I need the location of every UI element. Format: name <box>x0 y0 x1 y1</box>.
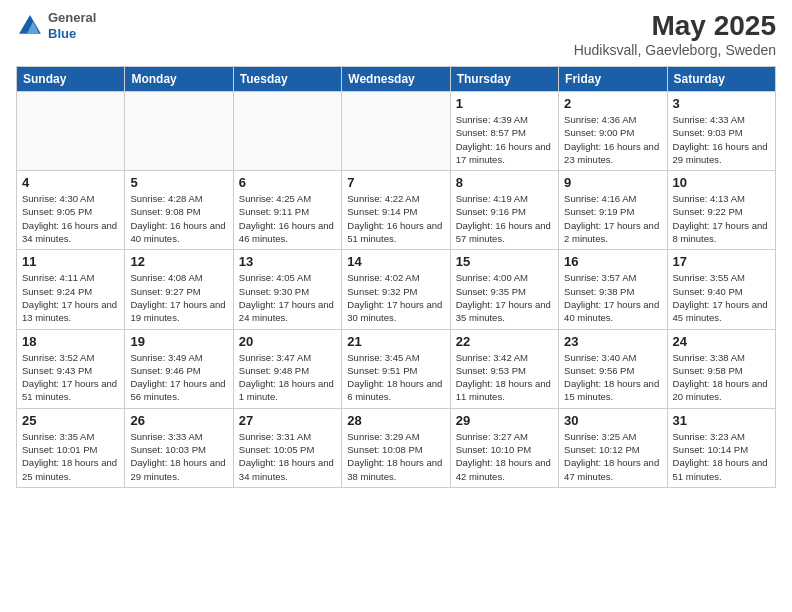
day-number: 16 <box>564 254 661 269</box>
calendar-cell: 14Sunrise: 4:02 AMSunset: 9:32 PMDayligh… <box>342 250 450 329</box>
calendar-title: May 2025 <box>574 10 776 42</box>
weekday-header-row: Sunday Monday Tuesday Wednesday Thursday… <box>17 67 776 92</box>
day-info: Sunrise: 3:49 AMSunset: 9:46 PMDaylight:… <box>130 351 227 404</box>
day-info: Sunrise: 3:35 AMSunset: 10:01 PMDaylight… <box>22 430 119 483</box>
header-tuesday: Tuesday <box>233 67 341 92</box>
day-number: 9 <box>564 175 661 190</box>
day-number: 28 <box>347 413 444 428</box>
day-number: 17 <box>673 254 770 269</box>
logo-icon <box>16 12 44 40</box>
day-number: 12 <box>130 254 227 269</box>
calendar-table: Sunday Monday Tuesday Wednesday Thursday… <box>16 66 776 488</box>
day-number: 4 <box>22 175 119 190</box>
calendar-cell: 31Sunrise: 3:23 AMSunset: 10:14 PMDaylig… <box>667 408 775 487</box>
header: General Blue May 2025 Hudiksvall, Gaevle… <box>16 10 776 58</box>
header-friday: Friday <box>559 67 667 92</box>
header-wednesday: Wednesday <box>342 67 450 92</box>
day-info: Sunrise: 3:27 AMSunset: 10:10 PMDaylight… <box>456 430 553 483</box>
day-info: Sunrise: 4:39 AMSunset: 8:57 PMDaylight:… <box>456 113 553 166</box>
day-info: Sunrise: 4:11 AMSunset: 9:24 PMDaylight:… <box>22 271 119 324</box>
header-sunday: Sunday <box>17 67 125 92</box>
calendar-cell <box>125 92 233 171</box>
calendar-cell: 19Sunrise: 3:49 AMSunset: 9:46 PMDayligh… <box>125 329 233 408</box>
day-info: Sunrise: 3:55 AMSunset: 9:40 PMDaylight:… <box>673 271 770 324</box>
day-info: Sunrise: 4:22 AMSunset: 9:14 PMDaylight:… <box>347 192 444 245</box>
calendar-cell: 10Sunrise: 4:13 AMSunset: 9:22 PMDayligh… <box>667 171 775 250</box>
day-number: 20 <box>239 334 336 349</box>
day-info: Sunrise: 4:16 AMSunset: 9:19 PMDaylight:… <box>564 192 661 245</box>
calendar-cell: 13Sunrise: 4:05 AMSunset: 9:30 PMDayligh… <box>233 250 341 329</box>
day-number: 31 <box>673 413 770 428</box>
day-number: 22 <box>456 334 553 349</box>
day-number: 14 <box>347 254 444 269</box>
day-number: 1 <box>456 96 553 111</box>
calendar-cell: 2Sunrise: 4:36 AMSunset: 9:00 PMDaylight… <box>559 92 667 171</box>
day-info: Sunrise: 3:47 AMSunset: 9:48 PMDaylight:… <box>239 351 336 404</box>
day-info: Sunrise: 4:25 AMSunset: 9:11 PMDaylight:… <box>239 192 336 245</box>
calendar-cell: 4Sunrise: 4:30 AMSunset: 9:05 PMDaylight… <box>17 171 125 250</box>
calendar-cell <box>342 92 450 171</box>
day-number: 19 <box>130 334 227 349</box>
calendar-cell: 26Sunrise: 3:33 AMSunset: 10:03 PMDaylig… <box>125 408 233 487</box>
day-info: Sunrise: 3:29 AMSunset: 10:08 PMDaylight… <box>347 430 444 483</box>
day-number: 29 <box>456 413 553 428</box>
day-info: Sunrise: 3:23 AMSunset: 10:14 PMDaylight… <box>673 430 770 483</box>
header-saturday: Saturday <box>667 67 775 92</box>
calendar-row: 1Sunrise: 4:39 AMSunset: 8:57 PMDaylight… <box>17 92 776 171</box>
day-number: 10 <box>673 175 770 190</box>
day-number: 27 <box>239 413 336 428</box>
calendar-cell: 5Sunrise: 4:28 AMSunset: 9:08 PMDaylight… <box>125 171 233 250</box>
calendar-cell <box>233 92 341 171</box>
calendar-cell: 28Sunrise: 3:29 AMSunset: 10:08 PMDaylig… <box>342 408 450 487</box>
calendar-cell: 15Sunrise: 4:00 AMSunset: 9:35 PMDayligh… <box>450 250 558 329</box>
day-number: 5 <box>130 175 227 190</box>
calendar-cell: 22Sunrise: 3:42 AMSunset: 9:53 PMDayligh… <box>450 329 558 408</box>
day-info: Sunrise: 4:28 AMSunset: 9:08 PMDaylight:… <box>130 192 227 245</box>
calendar-cell: 16Sunrise: 3:57 AMSunset: 9:38 PMDayligh… <box>559 250 667 329</box>
day-number: 25 <box>22 413 119 428</box>
calendar-cell: 25Sunrise: 3:35 AMSunset: 10:01 PMDaylig… <box>17 408 125 487</box>
day-info: Sunrise: 4:13 AMSunset: 9:22 PMDaylight:… <box>673 192 770 245</box>
day-info: Sunrise: 3:57 AMSunset: 9:38 PMDaylight:… <box>564 271 661 324</box>
calendar-cell: 9Sunrise: 4:16 AMSunset: 9:19 PMDaylight… <box>559 171 667 250</box>
day-number: 26 <box>130 413 227 428</box>
day-info: Sunrise: 3:42 AMSunset: 9:53 PMDaylight:… <box>456 351 553 404</box>
day-number: 8 <box>456 175 553 190</box>
calendar-row: 4Sunrise: 4:30 AMSunset: 9:05 PMDaylight… <box>17 171 776 250</box>
calendar-cell: 21Sunrise: 3:45 AMSunset: 9:51 PMDayligh… <box>342 329 450 408</box>
calendar-cell: 7Sunrise: 4:22 AMSunset: 9:14 PMDaylight… <box>342 171 450 250</box>
day-info: Sunrise: 3:38 AMSunset: 9:58 PMDaylight:… <box>673 351 770 404</box>
day-number: 6 <box>239 175 336 190</box>
day-number: 7 <box>347 175 444 190</box>
day-number: 23 <box>564 334 661 349</box>
day-info: Sunrise: 3:33 AMSunset: 10:03 PMDaylight… <box>130 430 227 483</box>
day-number: 11 <box>22 254 119 269</box>
logo-general: General <box>48 10 96 26</box>
day-number: 3 <box>673 96 770 111</box>
calendar-cell: 3Sunrise: 4:33 AMSunset: 9:03 PMDaylight… <box>667 92 775 171</box>
calendar-cell: 27Sunrise: 3:31 AMSunset: 10:05 PMDaylig… <box>233 408 341 487</box>
day-info: Sunrise: 3:25 AMSunset: 10:12 PMDaylight… <box>564 430 661 483</box>
logo: General Blue <box>16 10 96 41</box>
calendar-cell: 24Sunrise: 3:38 AMSunset: 9:58 PMDayligh… <box>667 329 775 408</box>
day-info: Sunrise: 4:00 AMSunset: 9:35 PMDaylight:… <box>456 271 553 324</box>
calendar-cell: 1Sunrise: 4:39 AMSunset: 8:57 PMDaylight… <box>450 92 558 171</box>
calendar-cell: 6Sunrise: 4:25 AMSunset: 9:11 PMDaylight… <box>233 171 341 250</box>
day-number: 24 <box>673 334 770 349</box>
day-info: Sunrise: 4:30 AMSunset: 9:05 PMDaylight:… <box>22 192 119 245</box>
day-info: Sunrise: 4:05 AMSunset: 9:30 PMDaylight:… <box>239 271 336 324</box>
title-block: May 2025 Hudiksvall, Gaevleborg, Sweden <box>574 10 776 58</box>
day-info: Sunrise: 3:31 AMSunset: 10:05 PMDaylight… <box>239 430 336 483</box>
day-number: 13 <box>239 254 336 269</box>
day-info: Sunrise: 4:19 AMSunset: 9:16 PMDaylight:… <box>456 192 553 245</box>
calendar-cell: 8Sunrise: 4:19 AMSunset: 9:16 PMDaylight… <box>450 171 558 250</box>
calendar-row: 25Sunrise: 3:35 AMSunset: 10:01 PMDaylig… <box>17 408 776 487</box>
day-number: 18 <box>22 334 119 349</box>
day-info: Sunrise: 4:08 AMSunset: 9:27 PMDaylight:… <box>130 271 227 324</box>
calendar-cell: 11Sunrise: 4:11 AMSunset: 9:24 PMDayligh… <box>17 250 125 329</box>
day-info: Sunrise: 4:02 AMSunset: 9:32 PMDaylight:… <box>347 271 444 324</box>
calendar-row: 18Sunrise: 3:52 AMSunset: 9:43 PMDayligh… <box>17 329 776 408</box>
calendar-cell: 20Sunrise: 3:47 AMSunset: 9:48 PMDayligh… <box>233 329 341 408</box>
header-thursday: Thursday <box>450 67 558 92</box>
logo-text: General Blue <box>48 10 96 41</box>
